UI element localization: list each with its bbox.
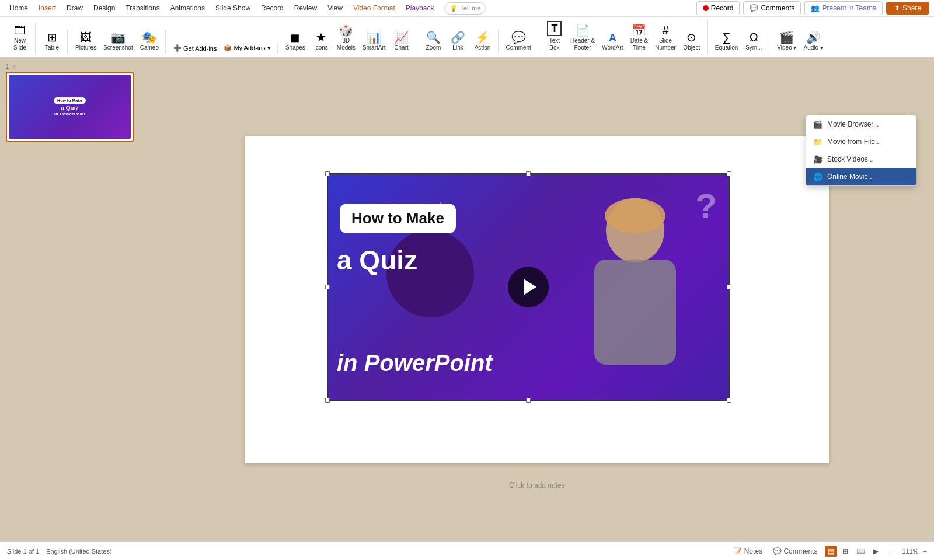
get-addins-label: Get Add-ins <box>183 45 217 52</box>
online-movie-label: Online Movie... <box>827 173 874 181</box>
addins-group: ➕ Get Add-ins 📦 My Add-ins ▾ <box>167 43 278 53</box>
notes-button[interactable]: 📝 Notes <box>730 546 765 556</box>
present-teams-button[interactable]: 👥 Present in Teams <box>804 1 883 15</box>
table-icon: ⊞ <box>47 32 57 43</box>
equation-label: Equation <box>715 44 738 51</box>
shapes-button[interactable]: ◼ Shapes <box>283 30 308 53</box>
icons-label: Icons <box>314 44 328 51</box>
links-group: 🔍 Zoom 🔗 Link ⚡ Action <box>419 30 499 53</box>
my-addins-button[interactable]: 📦 My Add-ins ▾ <box>221 43 273 53</box>
video-button[interactable]: 🎬 Video ▾ <box>774 30 799 53</box>
slide-thumb-content: How to Make a Quiz in PowerPoint <box>9 75 131 139</box>
comments-status-label: Comments <box>783 547 817 555</box>
thumb-title: How to Make <box>54 97 86 104</box>
symbol-button[interactable]: Ω Sym... <box>742 30 765 53</box>
table-button[interactable]: ⊞ Table <box>40 30 64 53</box>
menu-draw[interactable]: Draw <box>62 2 88 14</box>
status-bar-right: 📝 Notes 💬 Comments ▤ ⊞ 📖 ▶ — 111% + <box>730 546 927 556</box>
main-area: 1 ☆ How to Make a Quiz in PowerPoint Cli… <box>0 58 934 542</box>
slide-thumbnail[interactable]: How to Make a Quiz in PowerPoint <box>6 72 134 142</box>
zoom-button[interactable]: 🔍 Zoom <box>422 30 445 53</box>
selection-handle-br[interactable] <box>727 398 731 402</box>
menu-animations[interactable]: Animations <box>166 2 210 14</box>
normal-view-button[interactable]: ▤ <box>825 546 837 556</box>
equation-button[interactable]: ∑ Equation <box>712 30 741 53</box>
link-button[interactable]: 🔗 Link <box>447 30 470 53</box>
symbols-group: ∑ Equation Ω Sym... <box>709 30 769 53</box>
video-element[interactable]: How to Make a Quiz in PowerPoint ? <box>327 173 730 401</box>
selection-handle-tr[interactable] <box>727 172 731 176</box>
menu-record[interactable]: Record <box>256 2 288 14</box>
slide-sorter-button[interactable]: ⊞ <box>839 546 851 556</box>
text-group: T TextBox 📄 Header &Footer A WordArt 📅 D… <box>539 19 708 53</box>
selection-handle-mr[interactable] <box>727 285 731 289</box>
object-button[interactable]: ⊙ Object <box>680 30 703 53</box>
present-teams-label: Present in Teams <box>822 4 876 12</box>
selection-handle-bm[interactable] <box>526 398 531 402</box>
equation-icon: ∑ <box>722 32 730 43</box>
menu-bar: Home Insert Draw Design Transitions Anim… <box>0 0 934 17</box>
selection-handle-bl[interactable] <box>325 398 330 402</box>
top-right-buttons: Record 💬 Comments 👥 Present in Teams ⬆ S… <box>696 1 929 15</box>
notes-area[interactable]: Click to add notes <box>245 481 829 489</box>
video-label: Video ▾ <box>777 44 796 51</box>
tell-me-input[interactable]: 💡 Tell me <box>444 2 486 15</box>
selection-handle-ml[interactable] <box>325 285 330 289</box>
smartart-button[interactable]: 📊 SmartArt <box>360 30 388 53</box>
play-button[interactable] <box>508 267 549 307</box>
reading-view-button[interactable]: 📖 <box>853 546 868 556</box>
link-label: Link <box>452 44 463 51</box>
video-title-box: How to Make <box>340 204 456 233</box>
new-slide-label: NewSlide <box>13 37 26 51</box>
menu-insert[interactable]: Insert <box>34 2 61 14</box>
selection-handle-tl[interactable] <box>325 172 330 176</box>
slide-info: Slide 1 of 1 <box>7 548 39 555</box>
wordart-button[interactable]: A WordArt <box>599 31 626 53</box>
menu-playback[interactable]: Playback <box>401 2 439 14</box>
stock-videos-item[interactable]: 🎥 Stock Videos... <box>806 150 916 168</box>
date-time-button[interactable]: 📅 Date &Time <box>628 23 651 53</box>
movie-from-file-item[interactable]: 📁 Movie from File... <box>806 133 916 150</box>
menu-design[interactable]: Design <box>89 2 120 14</box>
selection-handle-tm[interactable] <box>526 172 531 176</box>
slide-number-icon: # <box>662 24 668 36</box>
menu-video-format[interactable]: Video Format <box>348 2 400 14</box>
action-button[interactable]: ⚡ Action <box>471 30 494 53</box>
movie-browser-item[interactable]: 🎬 Movie Browser... <box>806 116 916 133</box>
menu-home[interactable]: Home <box>5 2 33 14</box>
stock-videos-label: Stock Videos... <box>827 155 874 163</box>
audio-button[interactable]: 🔊 Audio ▾ <box>800 30 825 53</box>
pictures-button[interactable]: 🖼 Pictures <box>72 30 99 53</box>
text-box-button[interactable]: T TextBox <box>543 19 566 53</box>
menu-review[interactable]: Review <box>290 2 322 14</box>
share-button[interactable]: ⬆ Share <box>886 2 929 15</box>
menu-transitions[interactable]: Transitions <box>121 2 164 14</box>
chart-button[interactable]: 📈 Chart <box>390 30 413 53</box>
slideshow-view-button[interactable]: ▶ <box>870 546 881 556</box>
comment-button[interactable]: 💬 Comment <box>503 30 534 53</box>
menu-slideshow[interactable]: Slide Show <box>211 2 255 14</box>
cameo-button[interactable]: 🎭 Cameo <box>137 30 162 53</box>
table-group: ⊞ Table <box>37 30 68 53</box>
table-label: Table <box>45 44 59 51</box>
get-addins-button[interactable]: ➕ Get Add-ins <box>170 43 219 53</box>
header-footer-button[interactable]: 📄 Header &Footer <box>567 23 598 53</box>
3d-models-button[interactable]: 🎲 3DModels <box>334 23 358 53</box>
screenshot-button[interactable]: 📷 Screenshot <box>100 30 136 53</box>
menu-view[interactable]: View <box>323 2 347 14</box>
object-label: Object <box>683 44 700 51</box>
video-background: How to Make a Quiz in PowerPoint ? <box>328 174 729 400</box>
chart-label: Chart <box>394 44 408 51</box>
new-slide-button[interactable]: 🗔 NewSlide <box>8 23 32 53</box>
link-icon: 🔗 <box>451 32 465 43</box>
person-area <box>577 190 729 400</box>
header-footer-label: Header &Footer <box>570 37 595 51</box>
slide-number-button[interactable]: # SlideNumber <box>652 23 679 53</box>
comments-button[interactable]: 💬 Comments <box>743 1 801 15</box>
comment-icon: 💬 <box>511 32 526 43</box>
icons-button[interactable]: ★ Icons <box>309 30 333 53</box>
comments-status-button[interactable]: 💬 Comments <box>770 546 820 556</box>
text-box-label: TextBox <box>549 37 560 51</box>
record-button[interactable]: Record <box>696 1 740 15</box>
online-movie-item[interactable]: 🌐 Online Movie... <box>806 168 916 186</box>
